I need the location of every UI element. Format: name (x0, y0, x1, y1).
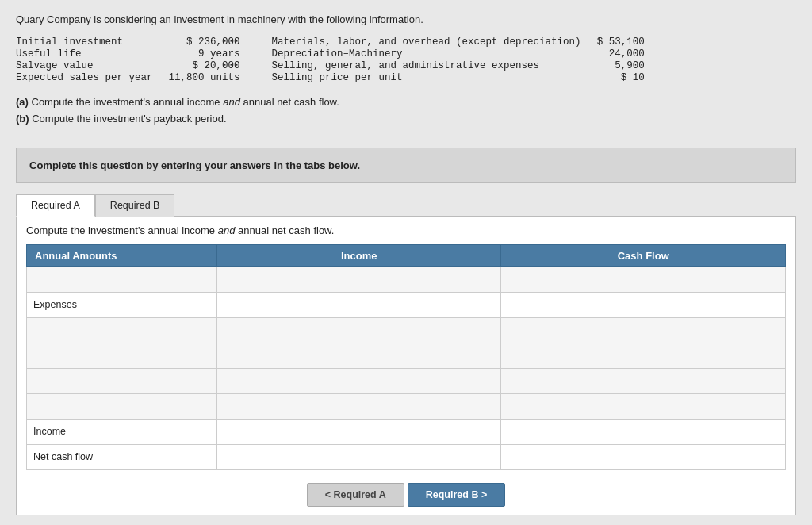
value-useful-life: 9 years (169, 48, 240, 59)
info-table: Initial investment Useful life Salvage v… (16, 36, 796, 83)
table-row (27, 317, 786, 343)
table-row: Expenses (27, 292, 786, 317)
next-button-label: Required B (426, 489, 479, 500)
label-useful-life: Useful life (16, 48, 153, 59)
label-selling: Selling, general, and administrative exp… (272, 60, 581, 71)
row0-cashflow[interactable] (501, 266, 786, 292)
row2-label (27, 317, 217, 343)
col-header-income: Income (216, 244, 501, 266)
row3-income[interactable] (216, 343, 501, 368)
label-salvage-value: Salvage value (16, 60, 153, 71)
col-header-cashflow: Cash Flow (501, 244, 786, 266)
info-right: Materials, labor, and overhead (except d… (272, 36, 645, 83)
tab-description: Compute the investment's annual income a… (26, 224, 786, 236)
page-container: Quary Company is considering an investme… (0, 0, 812, 525)
tabs-container: Required A Required B (16, 194, 796, 217)
table-row (27, 368, 786, 393)
row-income-cashflow[interactable] (501, 419, 786, 444)
tab-required-a-label: Required A (31, 200, 80, 211)
tab-required-b[interactable]: Required B (95, 194, 175, 217)
prev-button[interactable]: Required A (307, 483, 404, 507)
question-text: Quary Company is considering an investme… (16, 13, 796, 27)
tab-required-a[interactable]: Required A (16, 194, 95, 217)
complete-box: Complete this question by entering your … (16, 148, 796, 183)
value-salvage-value: $ 20,000 (169, 60, 240, 71)
row4-cashflow[interactable] (501, 368, 786, 393)
row-netcashflow-income[interactable] (216, 444, 501, 469)
label-initial-investment: Initial investment (16, 36, 153, 48)
info-labels: Initial investment Useful life Salvage v… (16, 36, 153, 83)
row-netcashflow-label: Net cash flow (27, 444, 217, 469)
row3-cashflow[interactable] (501, 343, 786, 368)
label-selling-price: Selling price per unit (272, 72, 581, 83)
next-button[interactable]: Required B (408, 483, 505, 507)
tab-required-b-label: Required B (110, 200, 160, 211)
value-materials: $ 53,100 (597, 36, 645, 48)
label-expected-sales: Expected sales per year (16, 72, 153, 83)
prev-button-label: Required A (334, 489, 386, 500)
row0-income[interactable] (216, 266, 501, 292)
info-right-values: $ 53,100 24,000 5,900 $ 10 (597, 36, 645, 83)
data-table: Annual Amounts Income Cash Flow Expenses (26, 244, 786, 470)
row4-label (27, 368, 217, 393)
part-b: (b) Compute the investment's payback per… (16, 111, 796, 128)
info-left: Initial investment Useful life Salvage v… (16, 36, 240, 83)
tab-content-area: Compute the investment's annual income a… (16, 216, 796, 515)
row-income-label: Income (27, 419, 217, 444)
row5-income[interactable] (216, 393, 501, 419)
col-header-annual-amounts: Annual Amounts (27, 244, 217, 266)
row4-income[interactable] (216, 368, 501, 393)
instructions: (a) Compute the investment's annual inco… (16, 94, 796, 128)
value-selling-price: $ 10 (597, 72, 645, 83)
nav-buttons: Required A Required B (26, 483, 786, 507)
row3-label (27, 343, 217, 368)
row-income-income[interactable] (216, 419, 501, 444)
value-initial-investment: $ 236,000 (169, 36, 240, 48)
table-row: Income (27, 419, 786, 444)
info-right-labels: Materials, labor, and overhead (except d… (272, 36, 581, 83)
info-values: $ 236,000 9 years $ 20,000 11,800 units (169, 36, 240, 83)
table-row (27, 393, 786, 419)
row-expenses-cashflow[interactable] (501, 292, 786, 317)
row-expenses-income[interactable] (216, 292, 501, 317)
table-row (27, 343, 786, 368)
table-row: Net cash flow (27, 444, 786, 469)
label-materials: Materials, labor, and overhead (except d… (272, 36, 581, 48)
value-expected-sales: 11,800 units (169, 72, 240, 83)
row5-cashflow[interactable] (501, 393, 786, 419)
row-netcashflow-cashflow[interactable] (501, 444, 786, 469)
complete-box-text: Complete this question by entering your … (29, 159, 360, 171)
part-a: (a) Compute the investment's annual inco… (16, 94, 796, 111)
row-expenses-label: Expenses (27, 292, 217, 317)
table-row (27, 266, 786, 292)
label-depreciation: Depreciation–Machinery (272, 48, 581, 59)
row2-cashflow[interactable] (501, 317, 786, 343)
row0-label (27, 266, 217, 292)
row2-income[interactable] (216, 317, 501, 343)
row5-label (27, 393, 217, 419)
value-depreciation: 24,000 (597, 48, 645, 59)
value-selling: 5,900 (597, 60, 645, 71)
